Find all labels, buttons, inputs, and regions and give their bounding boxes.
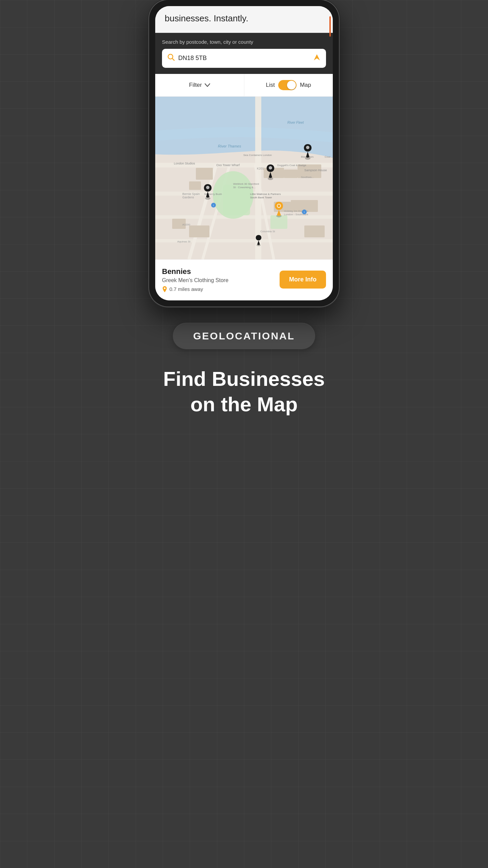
svg-rect-13 [223, 185, 250, 215]
headline-line2: on the Map [190, 393, 298, 416]
phone-frame: businesses. Instantly. Search by postcod… [149, 0, 339, 307]
search-label: Search by postcode, town, city or county [162, 39, 326, 45]
svg-text:i: i [304, 211, 305, 214]
svg-rect-24 [304, 225, 325, 237]
business-name: Bennies [162, 267, 280, 276]
top-banner: businesses. Instantly. [155, 6, 333, 33]
scroll-indicator [329, 16, 331, 37]
distance-text: 0.7 miles away [169, 286, 203, 292]
filter-section[interactable]: Filter [155, 74, 244, 96]
svg-rect-18 [284, 170, 298, 178]
svg-point-58 [269, 166, 272, 170]
svg-text:i: i [213, 204, 214, 207]
svg-rect-16 [189, 181, 201, 190]
chevron-down-icon [205, 82, 210, 88]
list-label: List [266, 82, 274, 88]
search-section: Search by postcode, town, city or county… [155, 33, 333, 74]
more-info-button[interactable]: More Info [280, 271, 326, 289]
svg-rect-15 [196, 168, 213, 180]
map-svg: River Thames River Fleet Bernie Spain Ga… [155, 97, 333, 259]
business-card: Bennies Greek Men's Clothing Store 0.7 m… [155, 259, 333, 300]
geo-badge-text: GEOLOCATIONAL [193, 330, 295, 341]
svg-text:River Thames: River Thames [218, 144, 241, 148]
search-icon [167, 54, 175, 63]
svg-text:A3200: A3200 [182, 223, 190, 226]
business-info: Bennies Greek Men's Clothing Store 0.7 m… [162, 267, 280, 292]
svg-text:Southwa...: Southwa... [301, 176, 314, 179]
svg-text:Sampson House: Sampson House [304, 169, 327, 172]
svg-point-54 [278, 204, 280, 207]
svg-text:WeWork 30 Stamford: WeWork 30 Stamford [233, 182, 259, 185]
pin-icon [162, 286, 167, 292]
headline-line1: Find Businesses [163, 368, 325, 390]
phone-screen-inner: businesses. Instantly. Search by postcod… [155, 6, 333, 300]
distance-row: 0.7 miles away [162, 286, 280, 292]
phone-screen: businesses. Instantly. Search by postcod… [155, 6, 333, 300]
top-banner-text: businesses. Instantly. [165, 13, 248, 23]
svg-text:K201: K201 [257, 167, 264, 170]
svg-rect-22 [189, 225, 209, 237]
svg-text:Cour...: Cour... [325, 155, 333, 158]
svg-text:South Bank Tower: South Bank Tower [250, 196, 272, 199]
toggle-knob [287, 81, 296, 90]
business-type: Greek Men's Clothing Store [162, 277, 280, 283]
headline-text: Find Businesses on the Map [163, 366, 325, 417]
svg-text:Aquinas St: Aquinas St [177, 240, 190, 243]
location-arrow-icon[interactable] [313, 54, 321, 63]
svg-text:Little Waitrose & Partners: Little Waitrose & Partners [250, 193, 281, 196]
filter-bar: Filter List Map [155, 74, 333, 97]
svg-text:Sea Containers London: Sea Containers London [243, 154, 272, 157]
map-area[interactable]: River Thames River Fleet Bernie Spain Ga… [155, 97, 333, 259]
svg-line-1 [172, 58, 175, 60]
svg-marker-2 [314, 54, 320, 60]
bottom-section: GEOLOCATIONAL Find Businesses on the Map [0, 323, 488, 417]
svg-text:Gardens: Gardens [182, 196, 194, 199]
search-bar[interactable]: DN18 5TB [162, 49, 326, 68]
geo-badge: GEOLOCATIONAL [173, 323, 315, 349]
svg-point-56 [306, 146, 309, 149]
svg-text:Columbia St: Columbia St [260, 230, 275, 233]
svg-text:Doggett's Coat & Badge: Doggett's Coat & Badge [277, 164, 306, 167]
svg-text:London Studios: London Studios [174, 162, 195, 165]
search-value: DN18 5TB [178, 55, 310, 62]
list-map-section: List Map [244, 74, 333, 96]
svg-text:River Fleet: River Fleet [287, 121, 304, 124]
svg-text:Bernie Spain: Bernie Spain [182, 192, 200, 196]
svg-text:Oxo Tower Wharf: Oxo Tower Wharf [216, 163, 240, 167]
filter-label: Filter [189, 82, 202, 88]
map-label: Map [300, 82, 311, 88]
svg-point-60 [206, 186, 209, 189]
svg-text:St · Coworking &...: St · Coworking &... [233, 186, 256, 189]
view-toggle[interactable] [278, 80, 297, 90]
